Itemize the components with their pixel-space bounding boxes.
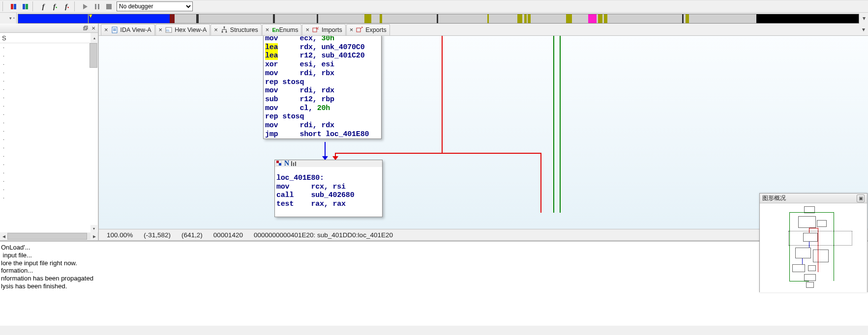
svg-rect-1 bbox=[14, 4, 16, 9]
nav-segment bbox=[569, 14, 572, 23]
disasm-code: mov ecx, 30hlea rdx, unk_4070C0lea r12, … bbox=[264, 36, 381, 139]
ov-edge bbox=[789, 281, 809, 281]
separator bbox=[2, 1, 6, 11]
function-list[interactable]: ................... ▾ bbox=[0, 43, 98, 232]
tab-enums[interactable]: ×EnEnums bbox=[262, 24, 302, 35]
segment-red-icon[interactable] bbox=[8, 1, 19, 12]
navigation-strip[interactable]: ▼ bbox=[18, 14, 859, 24]
tab-ida-view[interactable]: ×IDA View-A bbox=[101, 24, 155, 35]
ov-node bbox=[813, 250, 829, 262]
svg-rect-11 bbox=[113, 29, 116, 30]
nav-segment bbox=[588, 14, 597, 23]
close-icon[interactable]: ▣ bbox=[857, 195, 865, 202]
restore-icon[interactable] bbox=[82, 25, 89, 31]
location-value: 0000000000401E20: sub_401DD0:loc_401E20 bbox=[254, 231, 393, 239]
function-exit-icon[interactable]: f• bbox=[61, 1, 72, 12]
flow-edge bbox=[442, 36, 443, 153]
nav-segment bbox=[364, 14, 371, 23]
svg-rect-25 bbox=[293, 163, 294, 166]
ov-edge bbox=[802, 258, 803, 264]
run-icon[interactable] bbox=[80, 1, 90, 12]
close-icon[interactable]: × bbox=[266, 26, 269, 33]
close-icon[interactable]: × bbox=[104, 26, 108, 33]
ov-node bbox=[803, 233, 818, 242]
debugger-select[interactable]: No debugger bbox=[117, 1, 193, 11]
svg-rect-2 bbox=[23, 4, 25, 9]
overview-canvas[interactable] bbox=[760, 203, 867, 292]
flow-edge bbox=[540, 153, 541, 213]
graph-overview[interactable]: 图形概况 ▣ bbox=[759, 193, 868, 292]
main-area: ×IDA View-A×01Hex View-A×Structures×EnEn… bbox=[98, 24, 868, 240]
disasm-block[interactable]: mov ecx, 30hlea rdx, unk_4070C0lea r12, … bbox=[263, 36, 382, 139]
nav-segment bbox=[437, 14, 438, 23]
vscroll-thumb[interactable] bbox=[90, 43, 97, 68]
close-icon[interactable]: × bbox=[214, 26, 218, 33]
tab-label: Imports bbox=[322, 27, 342, 33]
hscroll-bar[interactable]: ◂ ▸ bbox=[0, 232, 98, 240]
output-text[interactable]: OnLoad'... input file... lore the input … bbox=[0, 242, 868, 326]
tab-exports[interactable]: ×Exports bbox=[346, 24, 390, 35]
nav-segment bbox=[487, 14, 489, 23]
close-icon[interactable]: ✕ bbox=[90, 25, 97, 31]
nav-dropdown-icon[interactable]: ▾ bbox=[860, 13, 868, 24]
close-icon[interactable]: × bbox=[305, 26, 309, 33]
ov-edge bbox=[789, 212, 834, 213]
viewport-indicator[interactable] bbox=[788, 231, 852, 246]
ov-node bbox=[798, 216, 816, 228]
ov-edge bbox=[809, 242, 809, 248]
panel-header: ✕ bbox=[0, 24, 98, 33]
close-icon[interactable]: × bbox=[350, 26, 354, 33]
nav-segment bbox=[528, 14, 531, 23]
ov-node bbox=[804, 274, 816, 281]
hscroll-thumb[interactable] bbox=[7, 233, 87, 240]
graph-canvas[interactable]: mov ecx, 30hlea rdx, unk_4070C0lea r12, … bbox=[99, 36, 868, 229]
scroll-down-icon[interactable]: ▾ bbox=[90, 225, 97, 232]
svg-rect-20 bbox=[276, 161, 279, 163]
scroll-left-icon[interactable]: ◂ bbox=[0, 233, 7, 240]
tab-structures[interactable]: ×Structures bbox=[210, 24, 262, 35]
svg-rect-22 bbox=[279, 161, 281, 163]
ov-node bbox=[792, 264, 805, 272]
svg-point-15 bbox=[223, 27, 225, 28]
overview-title: 图形概况 bbox=[762, 194, 786, 202]
svg-rect-8 bbox=[85, 26, 88, 29]
svg-rect-21 bbox=[279, 163, 281, 166]
ov-node bbox=[795, 248, 811, 258]
tab-hex-view[interactable]: ×01Hex View-A bbox=[155, 24, 210, 35]
svg-rect-10 bbox=[113, 28, 116, 29]
overview-header: 图形概况 ▣ bbox=[760, 194, 867, 203]
ov-edge bbox=[809, 228, 818, 228]
tab-label: Enums bbox=[279, 27, 298, 33]
close-icon[interactable]: × bbox=[159, 26, 163, 33]
filter-row: S ▴ bbox=[0, 33, 98, 43]
svg-point-17 bbox=[225, 31, 227, 32]
filter-label[interactable]: S bbox=[0, 34, 90, 42]
scroll-right-icon[interactable]: ▸ bbox=[90, 233, 98, 240]
nav-segment bbox=[170, 14, 175, 23]
nav-left-handle[interactable]: ▾• bbox=[0, 13, 17, 24]
svg-rect-24 bbox=[291, 161, 292, 166]
ov-edge bbox=[809, 228, 809, 233]
disasm-block[interactable]: N loc_401E80:mov rcx, rsicall sub_402680… bbox=[274, 160, 383, 217]
tab-imports[interactable]: ×Imports bbox=[302, 24, 345, 35]
nav-segment bbox=[686, 14, 689, 23]
dim-value: (641,2) bbox=[181, 231, 203, 239]
function-enter-icon[interactable]: f• bbox=[50, 1, 60, 12]
scroll-up-icon[interactable]: ▴ bbox=[90, 33, 98, 43]
output-panel: OnLoad'... input file... lore the input … bbox=[0, 240, 868, 326]
stop-icon[interactable] bbox=[103, 1, 114, 12]
navigation-bar: ▾• ▼ ▾ bbox=[0, 13, 868, 24]
pause-icon[interactable] bbox=[91, 1, 102, 12]
flow-edge bbox=[553, 36, 554, 213]
function-icon[interactable]: f bbox=[38, 1, 49, 12]
ov-edge bbox=[834, 212, 834, 281]
svg-rect-4 bbox=[95, 4, 96, 9]
nav-marker-icon: ▼ bbox=[88, 13, 93, 19]
segment-blue-icon[interactable] bbox=[20, 1, 30, 12]
tab-label: Hex View-A bbox=[175, 27, 207, 33]
separator bbox=[74, 1, 78, 11]
tabs-dropdown-icon[interactable]: ▾ bbox=[862, 26, 865, 33]
nav-segment bbox=[18, 14, 170, 23]
zoom-value: 100.00% bbox=[107, 231, 133, 239]
ov-node bbox=[817, 220, 827, 227]
